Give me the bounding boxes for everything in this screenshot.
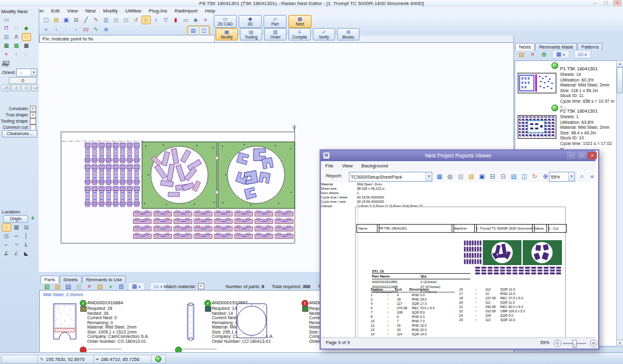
save-icon[interactable]: ▣ xyxy=(62,16,71,24)
minimize-button[interactable]: – xyxy=(591,0,599,6)
refresh-icon[interactable]: ↻ xyxy=(530,172,540,182)
dialog-maximize-button[interactable]: □ xyxy=(577,152,586,159)
pencil-icon[interactable]: ✎ xyxy=(92,16,101,24)
node-edit-icon[interactable]: ◇ xyxy=(141,16,151,24)
menu-item[interactable]: Modify xyxy=(99,8,121,14)
step-button[interactable]: ≡ Compile xyxy=(288,28,311,40)
sheet-icon[interactable]: ▭ xyxy=(2,16,11,24)
snap-origin-icon[interactable]: ⌂ xyxy=(2,223,11,231)
close-button[interactable]: × xyxy=(613,0,622,6)
snap-corner-tl-icon[interactable]: ⌐ xyxy=(2,241,11,249)
tile-horizontal-icon[interactable]: ▤ xyxy=(189,26,198,35)
snap-corner-tr-icon[interactable]: ¬ xyxy=(12,241,21,249)
menu-item[interactable]: Help xyxy=(201,8,219,14)
tile-vertical-icon[interactable]: ◫ xyxy=(199,26,209,35)
mirror-icon[interactable]: ♀ xyxy=(12,50,21,58)
snap-horizontal-icon[interactable]: ─ xyxy=(12,232,21,240)
snap-angle-icon[interactable]: ∠ xyxy=(2,250,11,258)
menu-item[interactable]: Plug-Ins xyxy=(145,8,171,14)
print-icon[interactable]: ⊟ xyxy=(498,172,508,182)
snap-grid-fine-icon[interactable]: ▦ xyxy=(22,223,31,231)
matrix-icon[interactable]: ▩ xyxy=(22,42,31,50)
print-icon[interactable]: ⊟ xyxy=(72,16,81,24)
menu-item[interactable]: Nest xyxy=(82,8,99,14)
open-nest-icon[interactable]: ▨ xyxy=(516,50,527,59)
step-button[interactable]: ▦ Modify xyxy=(216,28,238,40)
open-icon[interactable]: ▨ xyxy=(52,16,61,24)
snap-vertical-icon[interactable]: │ xyxy=(22,232,31,240)
dialog-close-button[interactable]: × xyxy=(587,152,597,159)
locate-nest-icon[interactable]: ⊕ xyxy=(539,50,549,59)
mode-button[interactable]: ▭ 2D CAD xyxy=(214,15,237,28)
fix-part-icon[interactable]: ∷ xyxy=(22,33,31,41)
snap-grid-icon[interactable]: ▦ xyxy=(12,223,21,231)
angle-step-button[interactable]: +5 xyxy=(21,85,31,91)
match-material-checkbox[interactable]: ✓ xyxy=(198,283,204,289)
pair-icon[interactable]: ▦ xyxy=(12,42,21,50)
step-button[interactable]: ✓ Verify xyxy=(313,28,335,40)
checkbox[interactable]: ✓ xyxy=(30,106,36,112)
menu-item[interactable]: Utilities xyxy=(121,8,145,14)
report-combo[interactable]: TC5000SetupSheetPack ▾ xyxy=(349,172,432,182)
step-button[interactable]: ⊞ Blocks xyxy=(337,28,359,40)
menu-item[interactable]: Radimport xyxy=(171,8,201,14)
scroll-down-icon[interactable]: ▼ xyxy=(617,340,623,346)
select-region-icon[interactable]: ▭ xyxy=(181,16,191,24)
nest-block-icon[interactable]: ◆ xyxy=(22,24,31,32)
next-sheet-icon[interactable]: › xyxy=(62,26,71,34)
detail-view-dropdown[interactable]: ▭ ▾ xyxy=(574,50,591,58)
zoom-tool-icon[interactable]: ○ xyxy=(577,172,587,182)
undo-icon[interactable]: ↺ xyxy=(131,16,141,24)
sheet-count-badge[interactable]: 22 xyxy=(82,26,91,34)
zoom-in-button[interactable]: ⊕ xyxy=(590,340,597,347)
checkbox[interactable] xyxy=(30,118,36,124)
new-icon[interactable]: ▢ xyxy=(42,16,51,24)
dialog-menu-item[interactable]: View xyxy=(338,163,357,169)
view-layout-icon[interactable]: ◫ xyxy=(520,172,530,182)
angle-field[interactable]: 0 xyxy=(9,77,37,84)
grid-icon[interactable]: ⊞ xyxy=(102,26,111,34)
page-setup-icon[interactable]: ⊟ xyxy=(488,172,498,182)
clamp-icon[interactable]: ▮ xyxy=(171,16,181,24)
snap-l-icon[interactable]: L xyxy=(22,241,31,249)
mode-button[interactable]: ▦ Nest xyxy=(288,15,312,28)
dialog-minimize-button[interactable]: – xyxy=(566,152,576,159)
delete-icon[interactable]: × xyxy=(2,50,11,58)
clearances-button[interactable]: Clearances... xyxy=(2,130,37,138)
scrollbar-thumb[interactable] xyxy=(617,67,623,93)
angle-step-button[interactable]: -45 xyxy=(1,85,11,91)
copy-icon[interactable]: ▥ xyxy=(102,16,111,24)
spacer[interactable] xyxy=(22,16,31,24)
first-sheet-icon[interactable]: « xyxy=(42,26,51,34)
orient-combo[interactable]: → ▾ xyxy=(16,68,37,77)
thumbnail-size-dropdown[interactable]: ▦ ▾ xyxy=(128,282,145,291)
cut-disabled-icon[interactable]: ▤ xyxy=(112,16,121,24)
array-icon[interactable]: ▦ xyxy=(2,42,11,50)
text-icon[interactable]: Λ xyxy=(12,33,21,41)
remove-part-icon[interactable]: × xyxy=(201,16,211,24)
measure-icon[interactable]: ✎ xyxy=(92,26,101,34)
spacer[interactable] xyxy=(12,16,21,24)
page-layout-icon[interactable]: ▦ xyxy=(435,172,445,182)
mode-button[interactable]: ◆ 3D xyxy=(239,15,262,28)
export-icon[interactable]: ▤ xyxy=(509,172,519,182)
zoom-slider-thumb[interactable] xyxy=(573,340,577,348)
save-icon[interactable]: ▣ xyxy=(477,172,487,182)
menu-item[interactable]: View xyxy=(64,8,82,14)
prev-sheet-icon[interactable]: ‹ xyxy=(52,26,61,34)
mode-button[interactable]: ▱ Part xyxy=(264,15,287,28)
dialog-menu-item[interactable]: File xyxy=(321,163,338,169)
copy-icon[interactable]: ▥ xyxy=(456,172,466,182)
angle-step-button[interactable]: -5 xyxy=(11,85,21,91)
step-button[interactable]: ▥ Order xyxy=(264,28,287,40)
thumbnail-size-dropdown[interactable]: ▦ ▾ xyxy=(552,50,569,58)
snap-triangle-icon[interactable]: ◣ xyxy=(22,250,31,258)
iso-view-icon[interactable]: ◈ xyxy=(191,16,201,24)
scroll-up-icon[interactable]: ▲ xyxy=(617,61,623,67)
last-sheet-icon[interactable]: » xyxy=(72,26,81,34)
rotate-icon[interactable]: ◌ xyxy=(22,50,31,58)
find-icon[interactable]: ◎ xyxy=(445,172,455,182)
delete-nest-icon[interactable]: × xyxy=(528,50,538,59)
info-icon[interactable]: i xyxy=(151,16,161,24)
paste-disabled-icon[interactable]: ▤ xyxy=(121,16,131,24)
